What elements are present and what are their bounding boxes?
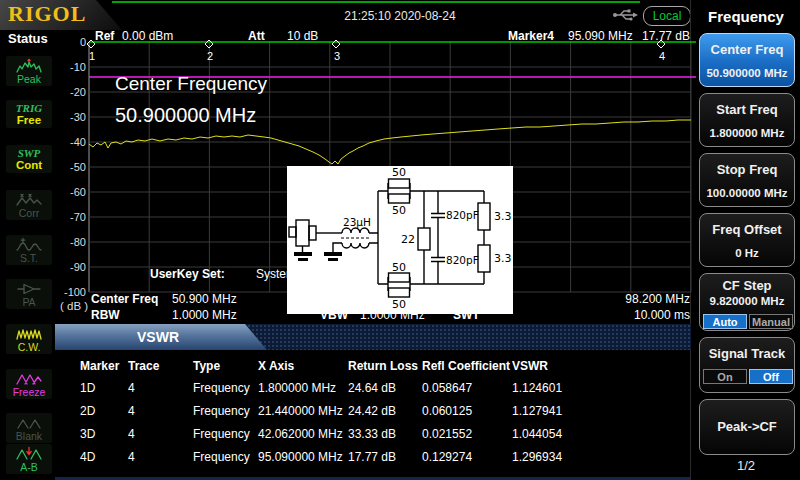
- marker-number: 2: [207, 50, 213, 62]
- marker-diamond-icon: [87, 40, 95, 48]
- center-freq-value: 50.900 MHz: [172, 293, 237, 305]
- y-tick-label: -50: [70, 161, 86, 173]
- y-tick-label: -80: [70, 236, 86, 248]
- circuit-label-r-top-b: 50: [392, 204, 406, 217]
- y-tick-label: -40: [70, 136, 86, 148]
- circuit-label-cap-a: 820pF: [446, 209, 479, 221]
- y-axis-unit: ( dB ): [60, 300, 88, 312]
- circuit-label-r-right-b: 3.3: [494, 252, 512, 265]
- marker-diamond-icon: [332, 40, 340, 48]
- circuit-label-inductor: 23µH: [343, 216, 371, 228]
- circuit-label-r-bot-a: 50: [392, 261, 406, 274]
- marker-number: 1: [89, 50, 95, 62]
- cf-overlay-value: 50.900000 MHz: [115, 104, 267, 127]
- y-tick-label: -70: [70, 211, 86, 223]
- center-freq-label: Center Freq: [91, 293, 158, 305]
- y-tick-label: -60: [70, 186, 86, 198]
- marker-diamond-icon: [657, 40, 665, 48]
- swt-value: 10.000 ms: [560, 309, 690, 321]
- circuit-label-r-top-a: 50: [392, 166, 406, 179]
- y-tick-label: -30: [70, 111, 86, 123]
- circuit-label-r-right-a: 3.3: [494, 210, 512, 223]
- cf-overlay-title: Center Frequency: [115, 73, 267, 95]
- circuit-schematic: 23µH 50 50 22 820pF 820pF 3.3 3.3 50 50: [287, 166, 513, 314]
- rbw-value: 1.0000 MHz: [172, 309, 237, 321]
- center-frequency-overlay: Center Frequency 50.900000 MHz: [115, 73, 267, 127]
- vswr-title: VSWR: [137, 329, 179, 345]
- vswr-banner: VSWR: [55, 324, 691, 350]
- span-value: 98.200 MHz: [560, 293, 690, 305]
- y-tick-label: -10: [70, 61, 86, 73]
- analyzer-screen: 0-10-20-30-40-50-60-70-80-90-100( dB )12…: [0, 0, 800, 480]
- circuit-schematic-overlay: 23µH 50 50 22 820pF 820pF 3.3 3.3 50 50: [287, 166, 513, 314]
- circuit-label-r-bot-b: 50: [392, 298, 406, 311]
- marker-number: 4: [659, 50, 665, 62]
- y-tick-label: -90: [70, 261, 86, 273]
- y-tick-label: 0: [80, 36, 86, 48]
- circuit-label-cap-b: 820pF: [446, 254, 479, 266]
- rbw-label: RBW: [91, 309, 120, 321]
- y-tick-label: -20: [70, 86, 86, 98]
- userkey-label: UserKey Set:: [150, 268, 225, 280]
- circuit-label-r-mid: 22: [401, 233, 415, 246]
- y-tick-label: -100: [64, 286, 86, 298]
- marker-number: 3: [334, 50, 340, 62]
